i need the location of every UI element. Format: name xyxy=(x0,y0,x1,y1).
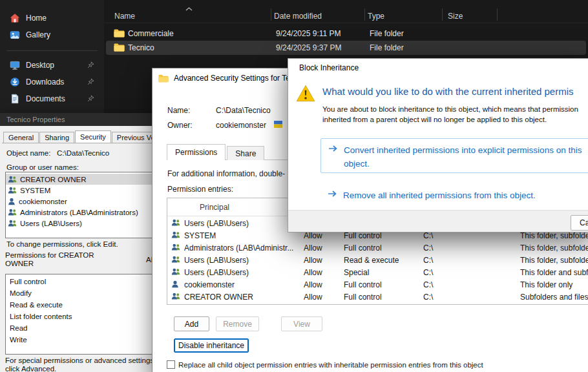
advanced-title: Advanced Security Settings for Te xyxy=(174,74,290,83)
group-item-label: Administrators (LAB\Administrators) xyxy=(20,209,138,216)
owner-label: Owner: xyxy=(167,121,193,130)
owner-value: cookiemonster xyxy=(216,121,266,130)
home-icon xyxy=(10,13,20,23)
entry-principal: Users (LAB\Users) xyxy=(184,268,249,277)
user-icon xyxy=(8,198,16,205)
sidebar-item-home[interactable]: Home xyxy=(3,10,101,26)
disable-inheritance-button[interactable]: Disable inheritance xyxy=(174,338,249,353)
group-icon xyxy=(171,256,180,264)
permissions-for-label: Permissions for CREATOR OWNER xyxy=(5,251,102,268)
tab-permissions[interactable]: Permissions xyxy=(167,144,226,160)
entry-type: Allow xyxy=(304,256,322,265)
group-icon xyxy=(171,219,180,227)
sort-ascending-icon xyxy=(185,7,193,11)
dialog-body-line1: You are about to block inheritance to th… xyxy=(322,105,578,113)
column-divider[interactable] xyxy=(271,8,271,21)
column-header-date-modified[interactable]: Date modified xyxy=(274,12,322,21)
entry-inherited-from: C:\ xyxy=(423,280,433,289)
group-icon xyxy=(171,243,180,251)
user-icon xyxy=(171,280,179,288)
entry-principal: CREATOR OWNER xyxy=(184,293,253,302)
entry-principal: Administrators (LAB\Administr... xyxy=(184,243,293,253)
remove-button[interactable]: Remove xyxy=(216,316,259,331)
file-name: Commerciale xyxy=(128,29,174,38)
dialog-body-line2: inherited from a parent object will no l… xyxy=(322,116,547,123)
file-name: Tecnico xyxy=(128,43,154,52)
remove-permissions-command-link[interactable]: Remove all inherited permissions from th… xyxy=(320,185,588,207)
entry-type: Allow xyxy=(304,293,322,302)
tab-share[interactable]: Share xyxy=(227,146,264,160)
column-header-type[interactable]: Type xyxy=(368,12,384,21)
entry-applies-to: Subfolders and files ... xyxy=(520,293,588,302)
convert-permissions-command-link[interactable]: Convert inherited permissions into expli… xyxy=(320,138,588,173)
entry-type: Allow xyxy=(304,268,322,277)
permission-label: Write xyxy=(10,336,27,344)
column-header-size[interactable]: Size xyxy=(448,12,463,21)
replace-permissions-label: Replace all child object permission entr… xyxy=(178,361,483,369)
folder-icon xyxy=(114,29,125,37)
file-type: File folder xyxy=(370,29,404,38)
cancel-button[interactable]: Ca xyxy=(571,215,588,231)
pin-icon xyxy=(87,61,94,68)
view-button[interactable]: View xyxy=(281,316,322,331)
edit-note: To change permissions, click Edit. xyxy=(6,240,118,248)
entry-type: Allow xyxy=(304,231,322,240)
entry-access: Full control xyxy=(344,293,382,302)
sidebar-item-label: Home xyxy=(26,14,47,23)
entry-applies-to: This folder, subfolde... xyxy=(520,256,588,265)
pin-icon xyxy=(87,95,94,102)
downloads-icon xyxy=(10,77,20,87)
folder-lock-icon xyxy=(158,74,169,83)
file-date: 9/24/2025 9:11 PM xyxy=(276,29,341,38)
column-divider[interactable] xyxy=(497,8,498,21)
permission-entry-row[interactable]: cookiemonster Allow Full control C:\ Thi… xyxy=(168,278,588,291)
replace-permissions-checkbox[interactable] xyxy=(167,360,175,369)
file-row-commerciale[interactable]: Commerciale 9/24/2025 9:11 PM File folde… xyxy=(106,26,586,41)
info-note: For additional information, double- xyxy=(167,169,285,178)
column-header-name[interactable]: Name xyxy=(114,12,135,21)
name-value: C:\Data\Tecnico xyxy=(216,106,271,115)
column-divider[interactable] xyxy=(442,8,443,21)
sidebar-item-desktop[interactable]: Desktop xyxy=(3,57,101,73)
entry-principal: cookiemonster xyxy=(184,280,235,289)
group-user-names-label: Group or user names: xyxy=(6,163,79,171)
sidebar-item-documents[interactable]: Documents xyxy=(3,90,101,107)
command-link-label: Convert inherited permissions into expli… xyxy=(344,143,588,170)
block-inheritance-title: Block Inheritance xyxy=(288,59,588,77)
permission-entry-row[interactable]: CREATOR OWNER Allow Full control C:\ Sub… xyxy=(168,291,588,303)
folder-icon xyxy=(114,43,125,52)
entry-inherited-from: C:\ xyxy=(423,256,433,265)
sidebar-item-label: Downloads xyxy=(26,78,64,87)
add-button[interactable]: Add xyxy=(174,316,209,331)
file-date: 9/24/2025 9:37 PM xyxy=(276,43,341,52)
group-item-label: SYSTEM xyxy=(20,187,50,194)
file-row-tecnico[interactable]: Tecnico 9/24/2025 9:37 PM File folder xyxy=(106,41,586,55)
object-name-label: Object name: xyxy=(6,149,50,157)
entry-inherited-from: C:\ xyxy=(423,231,433,240)
tab-sharing[interactable]: Sharing xyxy=(39,132,74,143)
permission-entry-row[interactable]: Administrators (LAB\Administr... Allow F… xyxy=(168,242,588,254)
command-link-label: Remove all inherited permissions from th… xyxy=(343,189,588,202)
entry-applies-to: This folder only xyxy=(520,280,572,289)
sidebar-item-downloads[interactable]: Downloads xyxy=(3,74,101,90)
column-header-principal[interactable]: Principal xyxy=(200,203,229,212)
entry-inherited-from: C:\ xyxy=(423,268,433,277)
entry-principal: Users (LAB\Users) xyxy=(184,256,249,265)
tab-general[interactable]: General xyxy=(3,132,39,143)
permission-label: Modify xyxy=(10,289,32,297)
sidebar-item-label: Gallery xyxy=(26,30,50,39)
permission-label: List folder contents xyxy=(10,313,72,320)
entry-access: Read & execute xyxy=(344,256,399,265)
permission-entry-row[interactable]: Users (LAB\Users) Allow Special C:\ This… xyxy=(168,266,588,278)
command-link-arrow-icon xyxy=(328,145,338,152)
gallery-icon xyxy=(10,30,20,40)
group-icon xyxy=(8,209,17,216)
dialog-footer xyxy=(288,210,588,232)
column-divider[interactable] xyxy=(364,8,365,21)
permission-label: Read & execute xyxy=(10,301,63,309)
sidebar-item-gallery[interactable]: Gallery xyxy=(3,26,101,43)
command-link-arrow-icon xyxy=(328,190,337,198)
permission-entry-row[interactable]: Users (LAB\Users) Allow Read & execute C… xyxy=(168,254,588,266)
tab-security[interactable]: Security xyxy=(75,130,111,143)
block-inheritance-dialog: Block Inheritance What would you like to… xyxy=(288,58,588,232)
